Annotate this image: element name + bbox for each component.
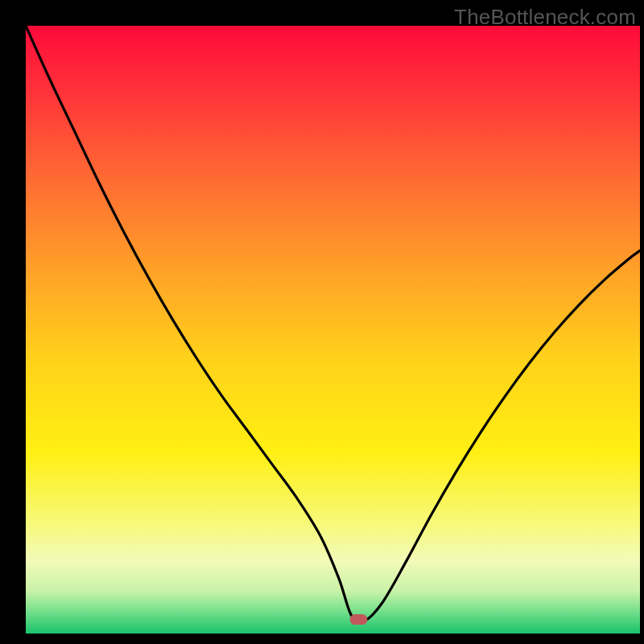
watermark-text: TheBottleneck.com (454, 5, 636, 30)
chart-background (26, 26, 640, 634)
chart-svg (26, 26, 640, 634)
optimum-marker (350, 614, 368, 625)
chart-area (26, 26, 640, 634)
